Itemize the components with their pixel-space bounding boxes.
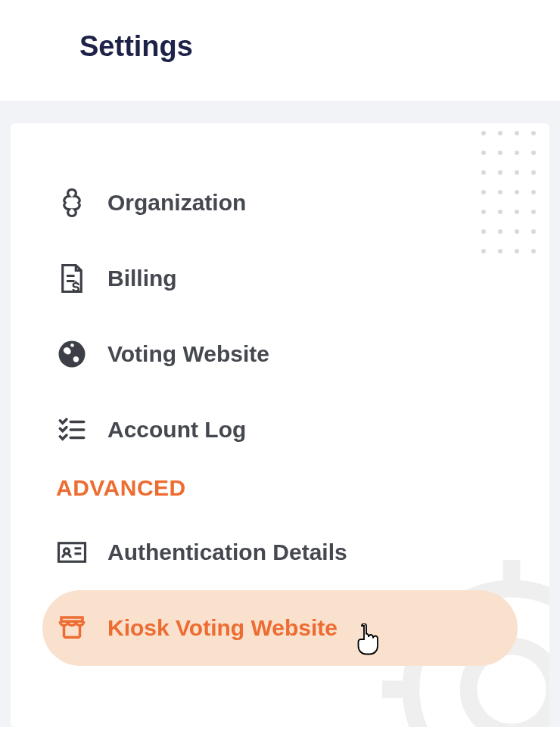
menu-label: Authentication Details (107, 539, 347, 565)
settings-card: Organization Billing V (11, 123, 549, 727)
organization-icon (56, 187, 88, 219)
menu-item-organization[interactable]: Organization (11, 165, 549, 241)
menu-item-billing[interactable]: Billing (11, 241, 549, 316)
pointer-cursor-icon (355, 623, 382, 655)
section-header-advanced: ADVANCED (11, 468, 549, 515)
checklist-icon (56, 414, 88, 446)
menu-label: Voting Website (107, 341, 269, 367)
globe-icon (56, 338, 88, 370)
content-wrapper: Organization Billing V (0, 101, 560, 727)
menu-label: Kiosk Voting Website (107, 615, 338, 641)
svg-rect-1 (59, 543, 86, 562)
storefront-icon (56, 612, 88, 644)
menu-item-account-log[interactable]: Account Log (11, 392, 549, 468)
settings-menu: Organization Billing V (11, 165, 549, 666)
id-card-icon (56, 536, 88, 568)
menu-label: Account Log (107, 417, 246, 443)
menu-label: Billing (107, 266, 177, 291)
page-title: Settings (79, 30, 560, 63)
menu-item-voting-website[interactable]: Voting Website (11, 316, 549, 392)
menu-item-auth-details[interactable]: Authentication Details (11, 515, 549, 590)
page-header: Settings (0, 0, 560, 101)
menu-label: Organization (107, 190, 246, 216)
menu-item-kiosk-voting[interactable]: Kiosk Voting Website (42, 590, 518, 666)
billing-icon (56, 263, 88, 294)
